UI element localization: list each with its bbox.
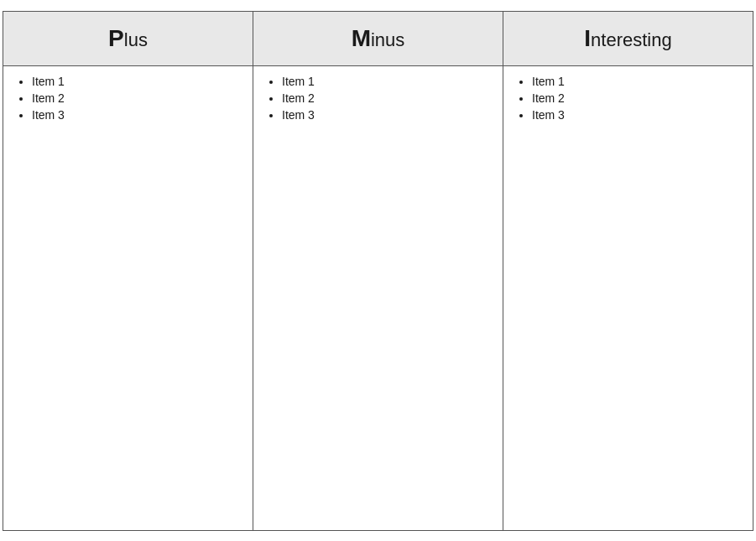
- list-item: Item 1: [32, 75, 239, 88]
- plus-header-rest: lus: [124, 29, 148, 50]
- list-item: Item 3: [532, 108, 739, 122]
- interesting-header: Interesting: [503, 11, 753, 65]
- list-item: Item 2: [32, 91, 239, 105]
- list-item: Item 2: [282, 91, 489, 105]
- plus-column: Item 1 Item 2 Item 3: [3, 65, 253, 530]
- minus-header-rest: inus: [371, 29, 404, 50]
- minus-column: Item 1 Item 2 Item 3: [253, 65, 503, 530]
- interesting-header-rest: nteresting: [591, 29, 672, 50]
- list-item: Item 1: [282, 75, 489, 88]
- list-item: Item 3: [32, 108, 239, 122]
- list-item: Item 1: [532, 75, 739, 88]
- plus-header: Plus: [3, 11, 253, 65]
- interesting-column: Item 1 Item 2 Item 3: [503, 65, 753, 530]
- interesting-list: Item 1 Item 2 Item 3: [517, 75, 739, 122]
- minus-header-first-letter: M: [352, 25, 371, 51]
- plus-header-first-letter: P: [108, 25, 124, 51]
- list-item: Item 3: [282, 108, 489, 122]
- interesting-header-first-letter: I: [584, 25, 591, 51]
- minus-list: Item 1 Item 2 Item 3: [267, 75, 489, 122]
- pmi-table: Plus Minus Interesting Item 1 Item 2 Ite…: [3, 11, 753, 531]
- list-item: Item 2: [532, 91, 739, 105]
- plus-list: Item 1 Item 2 Item 3: [17, 75, 239, 122]
- minus-header: Minus: [253, 11, 503, 65]
